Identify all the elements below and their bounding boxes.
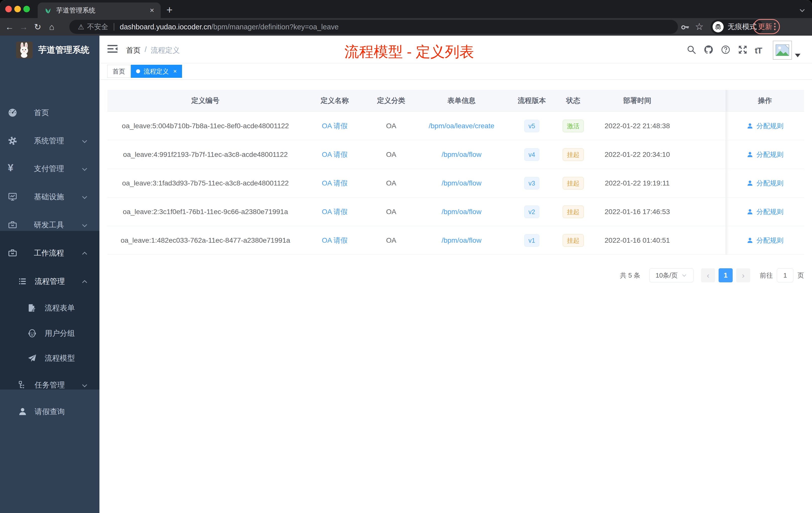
tab-search-chevron-icon[interactable] — [799, 6, 806, 14]
version-badge: v4 — [524, 148, 539, 161]
deploy-time: 2022-01-22 21:48:38 — [589, 122, 685, 130]
password-key-icon[interactable] — [680, 22, 690, 32]
forward-button[interactable]: → — [17, 22, 31, 32]
list-icon — [18, 277, 27, 286]
form-link[interactable]: /bpm/oa/flow — [416, 151, 507, 159]
search-icon[interactable] — [687, 45, 696, 55]
sidebar-item-leave-query[interactable]: 请假查询 — [0, 399, 99, 424]
assign-rule-link[interactable]: 分配规则 — [756, 207, 784, 216]
sidebar-item-dev-tools[interactable]: 研发工具 — [0, 212, 99, 237]
sidebar-item-process-model[interactable]: 流程模型 — [0, 345, 99, 371]
macos-minimize-button[interactable] — [14, 6, 21, 12]
tag-home[interactable]: 首页 — [107, 65, 130, 78]
not-secure-warning-icon: ⚠ — [78, 23, 84, 31]
logo-row[interactable]: 芋道管理系统 — [0, 42, 99, 69]
table-row: oa_leave:2:3c1f0ef1-76b1-11ec-9c66-a2380… — [108, 198, 804, 226]
github-icon[interactable] — [703, 45, 714, 55]
sidebar-item-user-group[interactable]: 用户分组 — [0, 321, 99, 346]
definition-id: oa_leave:5:004b710b-7b8a-11ec-8ef0-acde4… — [108, 122, 303, 130]
next-page-button[interactable]: › — [736, 268, 750, 282]
red-annotation-title: 流程模型 - 定义列表 — [301, 42, 517, 62]
chevron-down-icon — [81, 138, 88, 145]
definition-name-link[interactable]: OA 请假 — [303, 178, 366, 188]
tab-close-icon[interactable]: × — [150, 6, 154, 14]
macos-zoom-button[interactable] — [23, 6, 30, 12]
reload-button[interactable]: ↻ — [31, 22, 45, 32]
form-link[interactable]: /bpm/oa/flow — [416, 208, 507, 216]
macos-close-button[interactable] — [5, 6, 12, 12]
url-path: /bpm/manager/definition?key=oa_leave — [211, 23, 339, 31]
definition-name-link[interactable]: OA 请假 — [303, 150, 366, 159]
font-size-icon[interactable]: tT — [755, 46, 765, 56]
tab-title: 芋道管理系统 — [56, 6, 150, 15]
prev-page-button[interactable]: ‹ — [701, 268, 715, 282]
fullscreen-icon[interactable] — [738, 45, 748, 55]
toolbox-icon — [8, 220, 17, 230]
definition-name-link[interactable]: OA 请假 — [303, 236, 366, 245]
definition-name-link[interactable]: OA 请假 — [303, 121, 366, 131]
col-header-version: 流程版本 — [507, 96, 557, 105]
definition-name-link[interactable]: OA 请假 — [303, 207, 366, 217]
new-tab-button[interactable]: + — [164, 4, 175, 16]
chevron-down-icon — [81, 165, 88, 173]
tag-close-icon[interactable]: × — [173, 68, 177, 75]
logo-rabbit-avatar — [16, 42, 33, 58]
assign-rule-link[interactable]: 分配规则 — [756, 121, 784, 130]
active-dot — [136, 69, 140, 73]
status-badge: 挂起 — [563, 148, 584, 161]
version-badge: v1 — [524, 234, 539, 247]
assign-rule-link[interactable]: 分配规则 — [756, 236, 784, 245]
deploy-time: 2022-01-22 20:34:10 — [589, 151, 685, 159]
sidebar-item-payment[interactable]: ¥ 支付管理 — [0, 156, 99, 181]
assign-person-icon — [747, 237, 754, 244]
sidebar-item-system[interactable]: 系统管理 — [0, 128, 99, 153]
sidebar-item-label: 请假查询 — [35, 406, 65, 417]
assign-rule-link[interactable]: 分配规则 — [756, 150, 784, 159]
sidebar-item-workflow[interactable]: 工作流程 — [0, 240, 99, 266]
table-header-row: 定义编号 定义名称 定义分类 表单信息 流程版本 状态 部署时间 操作 — [108, 90, 804, 112]
document-edit-icon — [27, 303, 37, 313]
monitor-icon — [8, 192, 17, 202]
definition-category: OA — [366, 151, 416, 159]
omnibox-divider — [114, 23, 114, 31]
version-badge: v2 — [524, 206, 539, 218]
goto-page-input[interactable] — [777, 268, 793, 282]
form-link[interactable]: /bpm/oa/flow — [416, 179, 507, 187]
actions-cell: 分配规则 — [726, 226, 804, 254]
definition-id: oa_leave:3:1fad3d93-7b75-11ec-a3c8-acde4… — [108, 179, 303, 187]
chevron-down-icon — [81, 382, 88, 389]
home-button[interactable]: ⌂ — [45, 22, 59, 32]
definition-category: OA — [366, 122, 416, 130]
definition-category: OA — [366, 179, 416, 187]
form-link[interactable]: /bpm/oa/flow — [416, 236, 507, 244]
definition-category: OA — [366, 208, 416, 216]
tag-label: 首页 — [113, 67, 125, 76]
current-page-button[interactable]: 1 — [719, 268, 733, 282]
help-icon[interactable] — [721, 45, 731, 55]
sidebar-item-process-form[interactable]: 流程表单 — [0, 295, 99, 321]
browser-tab[interactable]: 芋道管理系统 × — [38, 2, 161, 18]
breadcrumb-home[interactable]: 首页 — [126, 46, 141, 56]
sidebar-item-label: 系统管理 — [34, 136, 64, 146]
avatar-dropdown-caret[interactable] — [795, 54, 801, 57]
table-row: oa_leave:3:1fad3d93-7b75-11ec-a3c8-acde4… — [108, 169, 804, 198]
sidebar-item-home[interactable]: 首页 — [0, 100, 99, 125]
form-link[interactable]: /bpm/oa/leave/create — [416, 122, 507, 130]
sidebar-item-process-management[interactable]: 流程管理 — [0, 269, 99, 294]
sidebar-item-infrastructure[interactable]: 基础设施 — [0, 184, 99, 209]
back-button[interactable]: ← — [2, 22, 17, 32]
sidebar-item-label: 流程管理 — [35, 276, 65, 286]
avatar[interactable] — [773, 41, 792, 60]
sidebar-item-task-management[interactable]: 任务管理 — [0, 372, 99, 397]
tag-process-definition[interactable]: 流程定义 × — [131, 65, 182, 78]
bookmark-star-icon[interactable]: ☆ — [695, 21, 703, 32]
page-size-select[interactable]: 10条/页 — [649, 268, 694, 282]
kebab-menu-icon — [774, 23, 776, 30]
assign-rule-link[interactable]: 分配规则 — [756, 179, 784, 188]
tab-strip: 芋道管理系统 × + — [0, 0, 812, 18]
chrome-update-menu[interactable]: 更新 — [753, 19, 780, 34]
breadcrumb-current: 流程定义 — [151, 46, 180, 56]
address-bar[interactable]: ⚠ 不安全 dashboard.yudao.iocoder.cn /bpm/ma… — [69, 20, 678, 34]
sidebar-collapse-icon[interactable] — [108, 45, 117, 54]
sidebar-item-label: 任务管理 — [35, 380, 65, 390]
